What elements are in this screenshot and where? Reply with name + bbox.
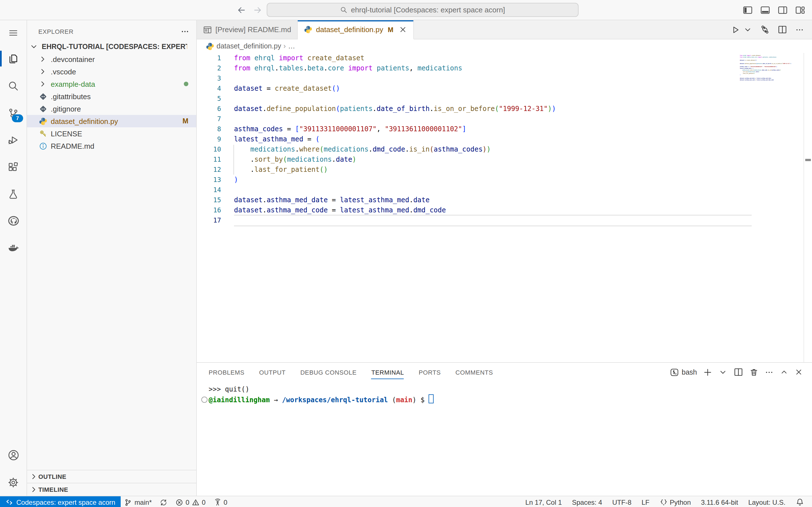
- code-line-16[interactable]: 16dataset.asthma_med_code = latest_asthm…: [197, 205, 804, 215]
- breadcrumb[interactable]: dataset_definition.py › …: [197, 40, 812, 53]
- activity-explorer[interactable]: [0, 45, 27, 72]
- status-git-branch[interactable]: main*: [121, 496, 155, 507]
- activity-source-control[interactable]: 7: [0, 99, 27, 126]
- code-line-14[interactable]: 14: [197, 185, 804, 195]
- close-panel-button[interactable]: [795, 368, 803, 376]
- status-indentation[interactable]: Spaces: 4: [569, 496, 606, 507]
- panel-tab-debug-console[interactable]: DEBUG CONSOLE: [293, 363, 364, 381]
- layout-sidebar-right-button[interactable]: [777, 5, 788, 15]
- tree-item-.devcontainer[interactable]: .devcontainer: [27, 53, 196, 65]
- more-actions-button[interactable]: [795, 25, 804, 34]
- status-cursor-position[interactable]: Ln 17, Col 1: [522, 496, 565, 507]
- status-bar: Codespaces: expert space acorn main*000 …: [0, 496, 812, 507]
- activity-menu[interactable]: [0, 20, 27, 45]
- code-line-6[interactable]: 6dataset.define_population(patients.date…: [197, 104, 804, 114]
- panel-more-actions-button[interactable]: [765, 368, 774, 377]
- breadcrumb-separator: ›: [283, 42, 286, 50]
- tree-item-readme.md[interactable]: README.md: [27, 140, 196, 152]
- tree-item-example-data[interactable]: example-data: [27, 78, 196, 90]
- status-forwarded-ports[interactable]: 0: [210, 496, 231, 507]
- code-line-8[interactable]: 8asthma_codes = ["39113311000001107", "3…: [197, 124, 804, 134]
- status-keyboard-layout[interactable]: Layout: U.S.: [745, 496, 789, 507]
- terminal-profile-chevron[interactable]: [718, 368, 727, 377]
- status-eol[interactable]: LF: [638, 496, 653, 507]
- tree-item-dataset-definition.py[interactable]: dataset_definition.pyM: [27, 115, 196, 127]
- open-changes-button[interactable]: [760, 25, 770, 34]
- tree-root-folder[interactable]: EHRQL-TUTORIAL [CODESPACES: EXPERT SPA..…: [27, 41, 196, 53]
- split-terminal-button[interactable]: [733, 367, 743, 377]
- back-button[interactable]: [237, 5, 246, 14]
- tree-item-license[interactable]: LICENSE: [27, 127, 196, 140]
- activity-account[interactable]: [0, 442, 27, 469]
- activity-docker[interactable]: [0, 234, 27, 262]
- code-line-10[interactable]: 10 medications.where(medications.dmd_cod…: [197, 144, 804, 154]
- command-center[interactable]: ehrql-tutorial [Codespaces: expert space…: [267, 3, 578, 17]
- panel-tab-ports[interactable]: PORTS: [411, 363, 448, 381]
- tab--preview--readme.md[interactable]: [Preview] README.md: [197, 20, 298, 39]
- terminal[interactable]: >>> quit()@iaindillingham → /workspaces/…: [197, 381, 812, 496]
- code-line-17[interactable]: 17: [197, 215, 804, 225]
- panel-tab-output[interactable]: OUTPUT: [252, 363, 293, 381]
- kill-terminal-button[interactable]: [749, 368, 758, 377]
- code-line-2[interactable]: 2from ehrql.tables.beta.core import pati…: [197, 63, 804, 73]
- line-text: from ehrql.tables.beta.core import patie…: [740, 56, 776, 58]
- sidebar-section-outline[interactable]: OUTLINE: [27, 470, 196, 483]
- status-encoding[interactable]: UTF-8: [609, 496, 635, 507]
- code-line-7[interactable]: 7: [197, 114, 804, 124]
- run-python-file-button[interactable]: [731, 25, 740, 34]
- panel-tab-problems[interactable]: PROBLEMS: [201, 363, 252, 381]
- status-problems[interactable]: 00: [172, 496, 209, 507]
- status-python-interpreter[interactable]: 3.11.6 64-bit: [698, 496, 742, 507]
- settings-icon: [8, 477, 18, 488]
- code-line-15[interactable]: 15dataset.asthma_med_date = latest_asthm…: [197, 195, 804, 205]
- forward-button[interactable]: [253, 5, 262, 14]
- remote-indicator[interactable]: Codespaces: expert space acorn: [0, 496, 121, 507]
- tree-item-.gitattributes[interactable]: .gitattributes: [27, 90, 196, 103]
- run-options-chevron[interactable]: [743, 25, 752, 34]
- views-and-more-actions-button[interactable]: [181, 27, 190, 36]
- activity-testing[interactable]: [0, 180, 27, 207]
- chev-right-icon: [38, 55, 47, 64]
- layout-customize-button[interactable]: [795, 5, 805, 15]
- status-language-mode[interactable]: Python: [656, 496, 695, 507]
- split-editor-button[interactable]: [777, 25, 787, 34]
- tree-item-.gitignore[interactable]: .gitignore: [27, 103, 196, 115]
- activity-search[interactable]: [0, 72, 27, 99]
- activity-github[interactable]: [0, 207, 27, 234]
- remote-label: Codespaces: expert space acorn: [16, 498, 115, 506]
- command-decoration-icon[interactable]: [201, 397, 207, 403]
- activity-extensions[interactable]: [0, 153, 27, 180]
- overview-ruler[interactable]: [804, 53, 812, 362]
- layout-sidebar-left-button[interactable]: [743, 5, 753, 15]
- sidebar-section-timeline[interactable]: TIMELINE: [27, 483, 196, 496]
- panel-tab-comments[interactable]: COMMENTS: [448, 363, 500, 381]
- status-sync[interactable]: [156, 496, 171, 507]
- status-notifications[interactable]: [792, 496, 808, 507]
- tree-item-.vscode[interactable]: .vscode: [27, 65, 196, 78]
- line-number: 7: [197, 114, 221, 124]
- line-text: dataset.define_population(patients.date_…: [740, 63, 792, 64]
- code-line-4[interactable]: 4dataset = create_dataset(): [197, 83, 804, 94]
- terminal-shell-item[interactable]: bash: [670, 368, 697, 377]
- tab-close-button[interactable]: [398, 25, 407, 34]
- code-line-5[interactable]: 5: [197, 94, 804, 104]
- line-text: ): [740, 74, 741, 76]
- code-line-12[interactable]: 12 .last_for_patient(): [197, 165, 804, 175]
- code-line-1[interactable]: 1from ehrql import create_dataset: [197, 53, 804, 63]
- code-line-3[interactable]: 3: [197, 73, 804, 83]
- sidebar-header: EXPLORER: [27, 25, 196, 38]
- code-editor[interactable]: 1from ehrql import create_dataset2from e…: [197, 53, 812, 362]
- code-line-9[interactable]: 9latest_asthma_med = (: [197, 134, 804, 144]
- layout-panel-button[interactable]: [760, 5, 770, 15]
- minimap[interactable]: 1from ehrql import create_dataset2from e…: [740, 55, 812, 82]
- maximize-panel-button[interactable]: [780, 368, 788, 376]
- new-terminal-button[interactable]: [703, 368, 712, 377]
- tab-dataset-definition.py[interactable]: dataset_definition.pyM: [298, 20, 414, 40]
- code-line-13[interactable]: 13): [197, 175, 804, 185]
- code-line-11[interactable]: 11 .sort_by(medications.date): [197, 154, 804, 165]
- file-label: .vscode: [51, 67, 76, 76]
- terminal-cursor: [428, 394, 434, 403]
- panel-tab-terminal[interactable]: TERMINAL: [364, 363, 411, 381]
- activity-settings[interactable]: [0, 469, 27, 496]
- activity-run-debug[interactable]: [0, 126, 27, 153]
